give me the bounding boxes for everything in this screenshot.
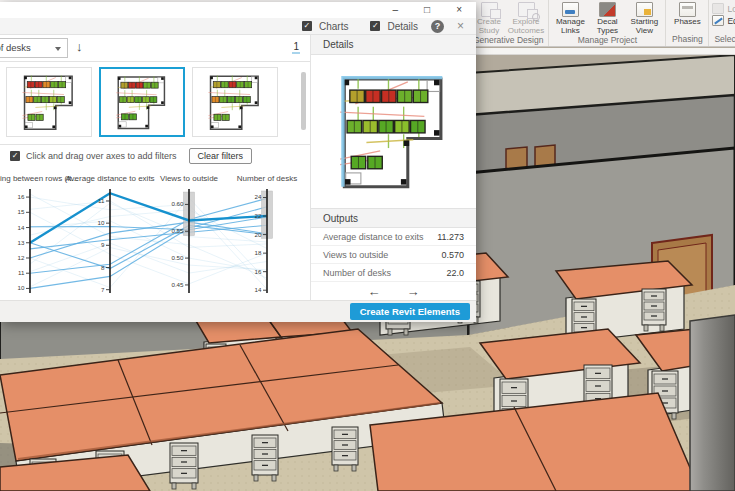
outcome-thumbnails [0,62,310,144]
ribbon-button-label: Phases [674,18,701,27]
next-outcome-button[interactable]: → [407,284,420,299]
charts-checkbox[interactable]: ✓ [302,21,312,31]
chevron-down-icon [55,47,61,51]
ribbon-button-label: Manage Links [552,18,588,35]
svg-text:8: 8 [101,264,105,271]
ribbon-group-label: Selection [709,34,735,46]
generative-design-dialog: – □ × ✓ Charts ✓ Details ? × Number of d… [0,2,476,322]
output-row-views-to-outside: Views to outside0.570 [311,246,476,264]
ribbon-button-phases[interactable]: Phases [669,2,705,27]
create-revit-elements-button[interactable]: Create Revit Elements [350,303,470,320]
svg-text:13: 13 [18,239,25,246]
details-panel: Details Outputs Average distance to exit… [310,35,476,300]
floor-plan-thumbnail [101,69,183,135]
output-row-average-distance-to-exits: Average distance to exits11.273 [311,228,476,246]
svg-text:15: 15 [18,208,25,215]
output-value: 11.273 [437,232,464,242]
svg-text:11: 11 [18,269,25,276]
ribbon-group-selection: LoadEditSelection [709,0,735,46]
output-row-number-of-desks: Number of desks22.0 [311,264,476,282]
chart-axis-label: Number of desks [237,174,297,183]
ribbon-group-generative-design: Create StudyExplore OutcomesGenerative D… [468,0,549,46]
decal-types-icon [599,2,616,17]
filters-checkbox-label: Click and drag over axes to add filters [26,151,177,161]
ribbon-button-decal-types[interactable]: Decal Types [589,2,625,35]
ribbon-button-manage-links[interactable]: Manage Links [552,2,588,35]
outputs-title: Outputs [311,208,476,228]
chart-axis-label: Views to outside [160,174,219,183]
ribbon-button-starting-view[interactable]: Starting View [626,2,662,35]
panel-close-icon[interactable]: × [457,19,464,33]
help-icon[interactable]: ? [431,20,444,33]
create-study-icon [481,2,498,17]
svg-text:10: 10 [98,219,105,226]
ribbon-button-load[interactable]: Load [712,3,735,14]
dialog-maximize-button[interactable]: □ [424,5,430,15]
output-label: Views to outside [323,250,388,260]
ribbon-button-edit[interactable]: Edit [712,15,735,26]
floor-plan-thumbnail [7,68,91,136]
dialog-toolbar: ✓ Charts ✓ Details ? × [0,18,476,35]
explore-outcomes-icon [518,2,535,17]
revit-app-window: Create StudyExplore OutcomesGenerative D… [0,0,735,491]
clear-filters-button[interactable]: Clear filters [189,148,253,164]
svg-text:16: 16 [18,193,25,200]
parallel-coordinates-chart[interactable]: 16151413121110Spacing between rows (ft..… [0,167,310,300]
manage-links-icon [562,2,579,17]
svg-text:0.60: 0.60 [171,200,184,207]
phases-icon [679,2,696,17]
svg-text:0.50: 0.50 [171,254,184,261]
output-label: Average distance to exits [323,232,423,242]
details-checkbox-label: Details [387,21,418,32]
svg-text:10: 10 [18,284,25,291]
ribbon-group-label: Phasing [666,34,708,46]
svg-text:11: 11 [98,197,105,204]
svg-text:14: 14 [18,224,25,231]
svg-text:0.45: 0.45 [171,281,184,288]
ribbon-button-label: Edit [727,16,735,26]
ribbon-button-label: Load [727,4,735,14]
starting-view-icon [636,2,653,17]
dialog-close-button[interactable]: × [456,5,462,15]
column [690,315,735,491]
svg-text:24: 24 [255,193,262,200]
edit-icon [712,15,724,26]
load-icon [712,3,724,14]
sort-descending-icon[interactable]: ↓ [76,39,83,54]
dialog-footer: Create Revit Elements [0,300,476,322]
ribbon-button-create-study[interactable]: Create Study [471,2,507,35]
outputs-list: Average distance to exits11.273Views to … [311,228,476,282]
dialog-titlebar: – □ × [0,2,476,18]
ribbon-group-manage-project: Manage LinksDecal TypesStarting ViewMana… [549,0,666,46]
thumbnails-scrollbar[interactable] [301,72,306,130]
outcome-line-selected[interactable] [30,193,267,243]
outcome-thumbnail-1[interactable] [6,67,92,137]
svg-text:7: 7 [101,286,105,293]
page-indicator[interactable]: 1 [292,41,300,54]
svg-text:20: 20 [255,231,262,238]
floor-plan-thumbnail [193,68,277,136]
sort-metric-dropdown[interactable]: Number of desks [0,38,68,58]
filters-checkbox[interactable]: ✓ [10,151,20,161]
output-label: Number of desks [323,268,391,278]
outcome-line-filtered[interactable] [30,203,267,264]
outcome-thumbnail-2[interactable] [99,67,185,137]
details-checkbox[interactable]: ✓ [370,21,380,31]
svg-text:0.55: 0.55 [171,227,184,234]
svg-text:12: 12 [18,254,25,261]
svg-text:18: 18 [255,249,262,256]
output-value: 22.0 [446,268,464,278]
floor-plan-image [325,59,463,204]
ribbon-group-label: Manage Project [549,35,665,47]
previous-outcome-button[interactable]: ← [368,284,381,299]
output-value: 0.570 [441,250,464,260]
charts-panel: Number of desks ↓ 1 ✓ Click and drag ove… [0,35,310,300]
svg-text:22: 22 [255,212,262,219]
svg-text:16: 16 [255,268,262,275]
dialog-minimize-button[interactable]: – [393,5,399,15]
ribbon-button-explore-outcomes[interactable]: Explore Outcomes [508,2,544,35]
svg-text:9: 9 [101,241,105,248]
ribbon-group-label: Generative Design [468,35,548,47]
outcome-thumbnail-3[interactable] [192,67,278,137]
ribbon-button-label: Create Study [471,18,507,35]
